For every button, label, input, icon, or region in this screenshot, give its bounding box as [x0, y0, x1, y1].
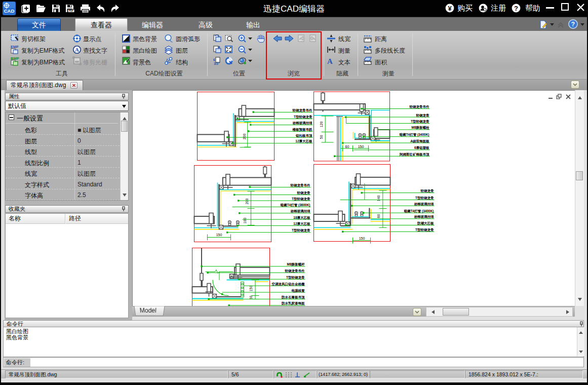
- svg-text:轻钢龙骨吊件: 轻钢龙骨吊件: [290, 183, 311, 187]
- svg-text:轻钢龙骨: 轻钢龙骨: [297, 191, 311, 195]
- svg-text:岩棉玻璃丝绵: 岩棉玻璃丝绵: [414, 215, 434, 219]
- svg-text:A级双饰面板: A级双饰面板: [410, 139, 429, 143]
- svg-text:阿姆斯壮矿棉板吊顶: 阿姆斯壮矿棉板吊顶: [400, 152, 429, 157]
- svg-text:CAD: CAD: [4, 8, 15, 14]
- svg-text:18厚大芯板: 18厚大芯板: [293, 216, 310, 220]
- svg-text:150: 150: [249, 286, 253, 292]
- svg-text:铝扣板吊顶: 铝扣板吊顶: [295, 134, 312, 138]
- svg-text:60: 60: [377, 214, 380, 218]
- svg-text:T型轻钢龙骨: T型轻钢龙骨: [415, 196, 434, 200]
- svg-text:暗藏T4灯管 (3400K): 暗藏T4灯管 (3400K): [400, 133, 429, 137]
- svg-text:T型轻钢龙骨: T型轻钢龙骨: [292, 228, 310, 233]
- svg-text:轻钢龙骨吊件: 轻钢龙骨吊件: [285, 269, 305, 273]
- svg-text:60: 60: [345, 145, 349, 148]
- svg-text:A: A: [75, 47, 79, 53]
- svg-text:12厚大芯板: 12厚大芯板: [295, 139, 312, 143]
- svg-text:120: 120: [320, 122, 323, 128]
- svg-text:¥: ¥: [448, 5, 452, 12]
- svg-text:150: 150: [216, 233, 222, 237]
- svg-text:50: 50: [320, 135, 323, 139]
- svg-text:岩棉玻璃丝绵: 岩棉玻璃丝绵: [292, 121, 312, 125]
- svg-text:防水乳胶漆饰面: 防水乳胶漆饰面: [282, 301, 305, 305]
- svg-text:岩棉玻璃丝绵: 岩棉玻璃丝绵: [290, 209, 310, 213]
- svg-text:6厚铝塑板: 6厚铝塑板: [414, 146, 429, 150]
- svg-text:35°: 35°: [214, 61, 220, 66]
- svg-text:空调送风口铝合金格栅: 空调送风口铝合金格栅: [272, 282, 305, 286]
- svg-text:200: 200: [245, 199, 249, 205]
- svg-text:A: A: [327, 57, 333, 65]
- svg-text:T型轻钢龙骨: T型轻钢龙骨: [286, 276, 305, 280]
- svg-text:M8膨胀螺杆: M8膨胀螺杆: [287, 262, 305, 266]
- svg-text:?: ?: [514, 5, 518, 12]
- svg-text:防水石膏板吊顶: 防水石膏板吊顶: [282, 295, 305, 299]
- svg-text:100: 100: [243, 218, 247, 224]
- svg-text:?: ?: [571, 21, 575, 28]
- svg-text:PDF: PDF: [69, 10, 73, 12]
- svg-text:轻钢龙骨吊件: 轻钢龙骨吊件: [409, 105, 430, 109]
- svg-text:轻钢龙骨: 轻钢龙骨: [420, 189, 435, 193]
- svg-text:140: 140: [377, 196, 380, 202]
- svg-text:150: 150: [358, 145, 364, 148]
- svg-text:150: 150: [359, 237, 365, 240]
- svg-text:岩棉玻璃丝绵: 岩棉玻璃丝绵: [414, 202, 434, 206]
- svg-text:暗藏T4灯管 (3400K): 暗藏T4灯管 (3400K): [404, 209, 434, 213]
- svg-text:T型轻钢龙骨: T型轻钢龙骨: [294, 115, 312, 119]
- svg-text:楼板预留吊筋: 楼板预留吊筋: [292, 128, 313, 132]
- svg-text:T型轻钢龙骨: T型轻钢龙骨: [411, 120, 429, 124]
- svg-text:防潮大芯板: 防潮大芯板: [417, 221, 434, 225]
- svg-text:T型轻钢龙骨: T型轻钢龙骨: [292, 197, 310, 201]
- svg-text:电源线管: 电源线管: [292, 289, 305, 293]
- svg-text:12厚大芯板: 12厚大芯板: [293, 222, 310, 226]
- svg-text:轻钢龙骨吊件: 轻钢龙骨吊件: [292, 108, 313, 112]
- svg-text:暗藏T4灯管 (3600K): 暗藏T4灯管 (3600K): [281, 203, 310, 207]
- svg-text:T型轻钢龙骨: T型轻钢龙骨: [415, 228, 434, 232]
- svg-text:200: 200: [243, 134, 246, 140]
- svg-text:M8膨胀螺栓: M8膨胀螺栓: [411, 126, 429, 130]
- svg-text:轻钢龙骨: 轻钢龙骨: [416, 113, 430, 118]
